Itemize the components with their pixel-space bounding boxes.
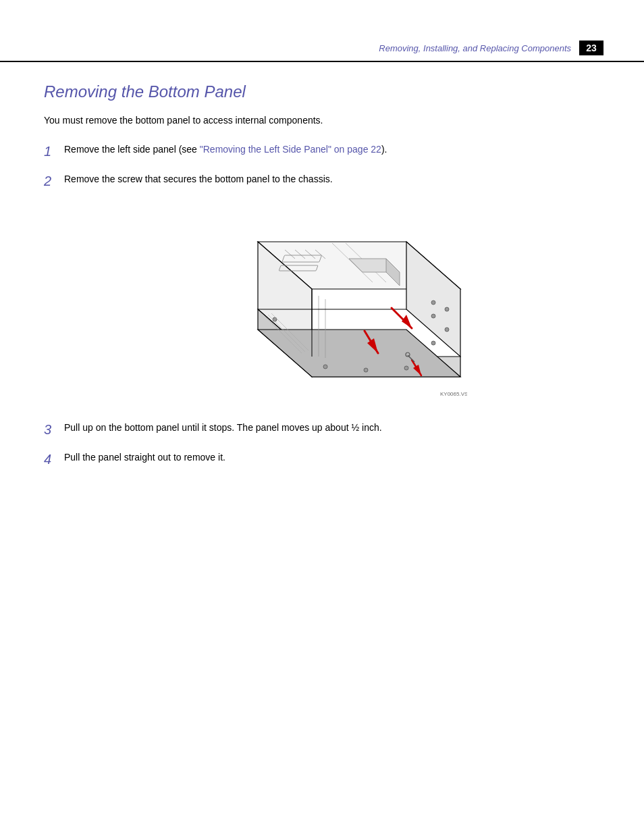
svg-point-16 [431, 301, 435, 305]
step-number-4: 4 [44, 449, 64, 469]
svg-point-22 [364, 368, 368, 372]
page-number: 23 [579, 41, 603, 55]
step-text-3: Pull up on the bottom panel until it sto… [64, 421, 600, 435]
svg-point-21 [323, 365, 327, 369]
diagram-container: KY0065.VSD [44, 208, 600, 404]
diagram-file-label: KY0065.VSD [440, 391, 467, 397]
svg-point-20 [445, 328, 449, 332]
svg-marker-33 [402, 315, 412, 328]
step-number-2: 2 [44, 171, 64, 191]
step-text-2: Remove the screw that secures the bottom… [64, 172, 600, 186]
steps-list-top: 1 Remove the left side panel (see "Remov… [44, 142, 600, 191]
diagram-wrapper: KY0065.VSD [177, 208, 467, 404]
step-item-4: 4 Pull the panel straight out to remove … [44, 450, 600, 469]
step-item-1: 1 Remove the left side panel (see "Remov… [44, 142, 600, 161]
step-text-4: Pull the panel straight out to remove it… [64, 450, 600, 465]
svg-point-23 [404, 366, 408, 370]
svg-marker-5 [258, 330, 460, 377]
main-content: Removing the Bottom Panel You must remov… [0, 62, 644, 513]
step-item-2: 2 Remove the screw that secures the bott… [44, 172, 600, 191]
svg-point-19 [445, 307, 449, 311]
intro-paragraph: You must remove the bottom panel to acce… [44, 113, 600, 128]
svg-point-18 [431, 341, 435, 345]
steps-list-bottom: 3 Pull up on the bottom panel until it s… [44, 421, 600, 469]
step-item-3: 3 Pull up on the bottom panel until it s… [44, 421, 600, 440]
step-text-1: Remove the left side panel (see "Removin… [64, 142, 600, 157]
step-number-3: 3 [44, 419, 64, 440]
step-number-1: 1 [44, 141, 64, 161]
page-header: Removing, Installing, and Replacing Comp… [0, 0, 644, 62]
page-container: Removing, Installing, and Replacing Comp… [0, 0, 644, 834]
step-link-1[interactable]: "Removing the Left Side Panel" on page 2… [200, 144, 381, 155]
section-title: Removing the Bottom Panel [44, 82, 600, 101]
svg-point-17 [431, 314, 435, 318]
chassis-diagram: KY0065.VSD [177, 208, 467, 400]
chapter-title: Removing, Installing, and Replacing Comp… [41, 43, 579, 53]
